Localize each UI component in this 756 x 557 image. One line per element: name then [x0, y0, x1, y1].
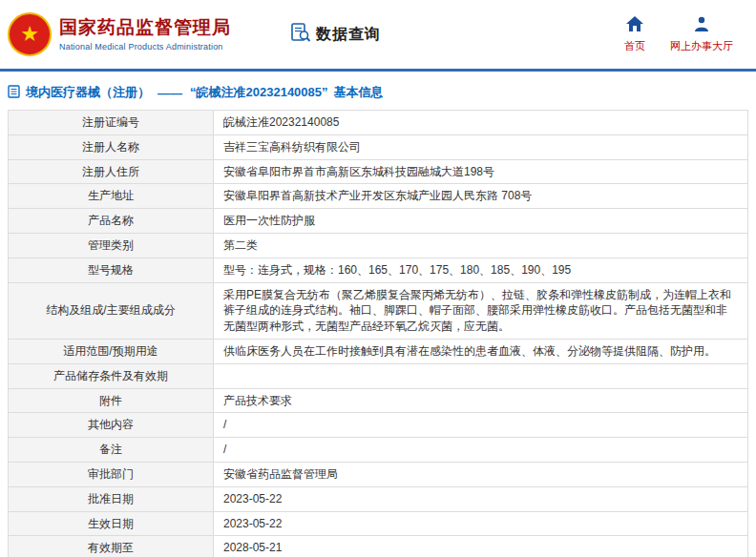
person-icon: [694, 16, 709, 35]
row-value: 吉祥三宝高科纺织有限公司: [214, 134, 748, 159]
row-label: 产品名称: [9, 209, 214, 234]
table-row: 批准日期 2023-05-22: [9, 486, 748, 511]
row-value: 采用PE膜复合无纺布（聚乙烯膜复合聚丙烯无纺布）、拉链、胶条和弹性橡皮筋制成，为…: [214, 282, 748, 339]
row-label: 生产地址: [9, 184, 214, 209]
row-value: 安徽阜阳界首高新技术产业开发区东城产业园人民东路 708号: [214, 184, 748, 209]
row-label: 型号规格: [9, 258, 214, 282]
nav-item-service-hall-label: 网上办事大厅: [670, 39, 733, 53]
table-row: 注册证编号 皖械注准20232140085: [9, 111, 748, 135]
row-label: 批准日期: [9, 486, 214, 511]
breadcrumb-registration-number: “皖械注准20232140085”: [190, 84, 328, 101]
table-row: 审批部门 安徽省药品监督管理局: [9, 462, 748, 486]
row-label: 产品储存条件及有效期: [9, 363, 214, 388]
breadcrumb: 境内医疗器械（注册） —— “皖械注准20232140085” 基本信息: [8, 84, 748, 101]
document-search-icon: [290, 22, 311, 47]
row-value: 医用一次性防护服: [214, 209, 748, 234]
table-row: 结构及组成/主要组成成分 采用PE膜复合无纺布（聚乙烯膜复合聚丙烯无纺布）、拉链…: [9, 282, 748, 339]
row-label: 管理类别: [9, 233, 214, 258]
national-emblem-icon: ★: [8, 12, 52, 56]
nav-item-service-hall[interactable]: 网上办事大厅: [670, 16, 733, 53]
emblem-star: ★: [20, 22, 39, 47]
row-label: 有效期至: [9, 536, 214, 557]
table-row: 注册人名称 吉祥三宝高科纺织有限公司: [9, 134, 748, 159]
table-row: 生效日期 2023-05-22: [9, 511, 748, 536]
row-value: 第二类: [214, 233, 748, 258]
nav-item-home-label: 首页: [624, 39, 645, 53]
data-query-tab[interactable]: 数据查询: [290, 22, 381, 47]
row-value: 2028-05-21: [214, 536, 748, 557]
table-row: 附件 产品技术要求: [9, 388, 748, 413]
row-value: 安徽省药品监督管理局: [214, 462, 748, 486]
row-value: /: [214, 413, 748, 438]
document-icon: [8, 85, 20, 101]
registration-info-table: 注册证编号 皖械注准20232140085 注册人名称 吉祥三宝高科纺织有限公司…: [8, 110, 748, 557]
site-subtitle: National Medical Products Administration: [59, 42, 231, 52]
header-nav: 首页 网上办事大厅: [624, 16, 743, 53]
row-label: 备注: [9, 438, 214, 463]
table-row: 适用范围/预期用途 供临床医务人员在工作时接触到具有潜在感染性的患者血液、体液、…: [9, 339, 748, 363]
table-row: 备注 /: [9, 438, 748, 463]
site-title-block: 国家药品监督管理局 National Medical Products Admi…: [59, 17, 231, 52]
row-value: 产品技术要求: [214, 388, 748, 413]
row-label: 生效日期: [9, 511, 214, 536]
breadcrumb-suffix: 基本信息: [334, 84, 384, 101]
row-value: [214, 363, 748, 388]
row-label: 注册人住所: [9, 159, 214, 184]
row-value: 皖械注准20232140085: [214, 111, 748, 135]
row-label: 注册证编号: [9, 111, 214, 135]
table-row: 型号规格 型号：连身式，规格：160、165、170、175、180、185、1…: [9, 258, 748, 282]
breadcrumb-separator: ——: [158, 86, 182, 100]
row-value: 安徽省阜阳市界首市高新区东城科技园融城大道198号: [214, 159, 748, 184]
row-label: 附件: [9, 388, 214, 413]
row-value: 供临床医务人员在工作时接触到具有潜在感染性的患者血液、体液、分泌物等提供阻隔、防…: [214, 339, 748, 363]
row-label: 适用范围/预期用途: [9, 339, 214, 363]
site-header: ★ 国家药品监督管理局 National Medical Products Ad…: [0, 0, 756, 72]
table-row: 管理类别 第二类: [9, 233, 748, 258]
site-title: 国家药品监督管理局: [59, 17, 231, 39]
table-row: 产品储存条件及有效期: [9, 363, 748, 388]
nav-item-home[interactable]: 首页: [624, 16, 645, 53]
table-row: 有效期至 2028-05-21: [9, 536, 748, 557]
table-row: 生产地址 安徽阜阳界首高新技术产业开发区东城产业园人民东路 708号: [9, 184, 748, 209]
table-row: 产品名称 医用一次性防护服: [9, 209, 748, 234]
row-value: 2023-05-22: [214, 486, 748, 511]
data-query-label: 数据查询: [316, 25, 381, 45]
row-value: 2023-05-22: [214, 511, 748, 536]
row-label: 其他内容: [9, 413, 214, 438]
row-label: 审批部门: [9, 462, 214, 486]
row-value: /: [214, 438, 748, 463]
table-row: 注册人住所 安徽省阜阳市界首市高新区东城科技园融城大道198号: [9, 159, 748, 184]
row-label: 结构及组成/主要组成成分: [9, 282, 214, 339]
row-label: 注册人名称: [9, 134, 214, 159]
breadcrumb-section: 境内医疗器械（注册）: [26, 84, 150, 101]
table-row: 其他内容 /: [9, 413, 748, 438]
home-icon: [626, 16, 643, 35]
row-value: 型号：连身式，规格：160、165、170、175、180、185、190、19…: [214, 258, 748, 282]
